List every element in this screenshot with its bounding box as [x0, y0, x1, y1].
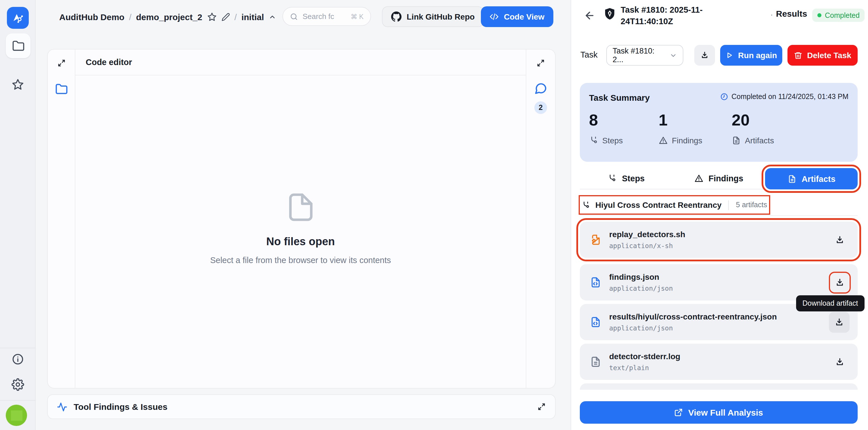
code-view-button[interactable]: Code View: [481, 6, 553, 27]
external-link-icon: [675, 408, 683, 417]
editor-left-gutter: [48, 50, 75, 388]
sidebar-divider: [0, 400, 36, 401]
left-sidebar: [0, 0, 36, 430]
download-icon: [700, 51, 709, 60]
shield-icon: [603, 6, 617, 22]
download-artifact-button[interactable]: [829, 312, 849, 333]
task-summary-title: Task Summary: [589, 93, 650, 103]
artifact-group-header[interactable]: Hiyul Cross Contract Reentrancy 5 artifa…: [582, 198, 767, 212]
artifacts-count: 20: [732, 111, 749, 129]
expand-right-panel-button[interactable]: [536, 59, 545, 67]
favorite-star-icon[interactable]: [207, 12, 217, 22]
download-task-button[interactable]: [694, 45, 715, 66]
user-avatar[interactable]: [6, 405, 27, 426]
sidebar-item-files[interactable]: [6, 33, 30, 58]
warning-icon: [694, 174, 704, 183]
expand-icon: [536, 59, 545, 67]
info-icon: [11, 353, 24, 366]
download-icon: [834, 317, 844, 327]
search-shortcut: ⌘ K: [350, 12, 364, 21]
download-artifact-button[interactable]: [830, 352, 849, 372]
completed-on: Completed on 11/24/2025, 01:43 PM: [720, 93, 848, 101]
empty-state-title: No files open: [266, 235, 335, 248]
run-again-button[interactable]: Run again: [720, 45, 782, 66]
editor-body: No files open Select a file from the bro…: [75, 76, 526, 388]
back-button[interactable]: [584, 10, 595, 21]
delete-task-label: Delete Task: [807, 51, 851, 60]
file-gear-icon: [590, 234, 602, 246]
findings-label: Findings: [672, 136, 702, 145]
comments-toggle[interactable]: [534, 82, 547, 95]
artifact-row-partial[interactable]: [580, 383, 858, 390]
file-code-icon: [590, 316, 602, 328]
tab-artifacts[interactable]: Artifacts: [765, 168, 858, 190]
expand-findings-button[interactable]: [537, 402, 546, 411]
code-view-label: Code View: [504, 12, 545, 21]
task-select[interactable]: Task #1810: 2...: [606, 45, 683, 66]
editor-main: Code editor No files open Select a file …: [75, 50, 526, 388]
artifact-mime: application/json: [609, 284, 673, 292]
code-editor-panel: Code editor No files open Select a file …: [47, 49, 556, 389]
task-select-value: Task #1810: 2...: [613, 47, 666, 64]
run-again-label: Run again: [738, 51, 777, 60]
group-separator: [728, 200, 729, 210]
completed-on-text: Completed on 11/24/2025, 01:43 PM: [732, 93, 848, 101]
artifact-count-badge: 5 artifacts: [736, 201, 767, 209]
link-github-repo-button[interactable]: Link GitHub Repo: [382, 6, 484, 27]
branch-icon: [608, 174, 617, 183]
artifact-row[interactable]: detector-stderr.log text/plain: [580, 344, 858, 380]
play-icon: [725, 51, 734, 59]
tab-findings[interactable]: Findings: [673, 168, 765, 190]
file-code-icon: [590, 276, 602, 288]
breadcrumb-separator: /: [235, 12, 237, 22]
breadcrumb: AuditHub Demo / demo_project_2 / initial: [59, 0, 276, 33]
app-window: AuditHub Demo / demo_project_2 / initial…: [0, 0, 868, 430]
sidebar-item-settings[interactable]: [0, 378, 36, 391]
sidebar-item-info[interactable]: [0, 353, 36, 366]
tab-artifacts-label: Artifacts: [802, 174, 836, 183]
stat-steps: 8 Steps: [589, 110, 659, 145]
download-icon: [835, 235, 845, 245]
folder-icon: [12, 39, 25, 52]
status-label: Completed: [825, 11, 860, 19]
folder-icon: [55, 83, 68, 95]
breadcrumb-repo[interactable]: demo_project_2: [136, 12, 202, 22]
app-logo[interactable]: [7, 7, 29, 29]
tab-steps[interactable]: Steps: [580, 168, 673, 190]
breadcrumb-project[interactable]: AuditHub Demo: [59, 12, 125, 22]
download-icon: [835, 356, 845, 367]
search-icon: [290, 12, 298, 21]
file-browser-toggle[interactable]: [55, 83, 68, 95]
dot-separator: ·: [770, 9, 773, 19]
logo-icon: [11, 11, 25, 25]
stat-findings: 1 Findings: [659, 110, 732, 145]
breadcrumb-separator: /: [129, 12, 131, 22]
warning-icon: [659, 136, 668, 145]
artifact-name: replay_detectors.sh: [609, 230, 685, 239]
download-artifact-button[interactable]: [830, 230, 849, 250]
delete-task-button[interactable]: Delete Task: [787, 45, 858, 66]
steps-label: Steps: [602, 136, 623, 145]
expand-left-panel-button[interactable]: [57, 59, 66, 67]
editor-right-gutter: 2: [526, 50, 555, 388]
view-full-analysis-label: View Full Analysis: [688, 407, 763, 417]
search-input[interactable]: [303, 12, 343, 21]
tool-findings-bar[interactable]: Tool Findings & Issues: [47, 394, 556, 419]
sidebar-divider: [0, 348, 36, 348]
clock-icon: [720, 93, 728, 101]
tab-steps-label: Steps: [622, 174, 645, 183]
arrow-left-icon: [584, 10, 595, 21]
download-artifact-button[interactable]: [830, 273, 849, 292]
breadcrumb-branch[interactable]: initial: [241, 12, 264, 22]
stat-artifacts: 20 Artifacts: [732, 110, 801, 145]
editor-empty-state: No files open Select a file from the bro…: [75, 191, 526, 265]
artifact-row[interactable]: replay_detectors.sh application/x-sh: [580, 222, 858, 258]
download-icon: [835, 277, 845, 288]
view-full-analysis-button[interactable]: View Full Analysis: [580, 401, 858, 424]
artifact-mime: application/json: [609, 324, 777, 332]
rename-pencil-icon[interactable]: [221, 12, 230, 21]
chevron-up-icon[interactable]: [269, 13, 276, 21]
search-box[interactable]: ⌘ K: [282, 7, 371, 26]
sidebar-item-favorites[interactable]: [0, 78, 36, 91]
status-badge: Completed: [812, 9, 865, 22]
